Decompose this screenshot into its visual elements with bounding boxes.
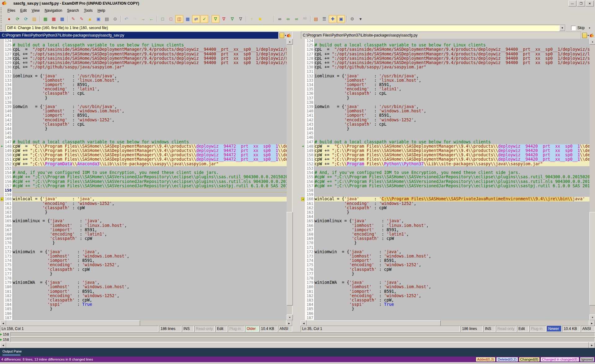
code-line-141[interactable]: 141 'iomport' : 8591, xyxy=(301,113,589,118)
code-line-158[interactable]: 158 xyxy=(0,188,287,193)
code-line-165[interactable]: 165winiomlinux = {'java' : 'java', xyxy=(301,219,589,223)
code-line-146[interactable]: 146 xyxy=(301,135,589,140)
edit-first-file-icon[interactable]: ✎ xyxy=(69,15,77,23)
filter-changed-icon[interactable]: ∇ xyxy=(228,15,236,23)
diff-stat-badge[interactable]: Changed(8) xyxy=(519,357,540,362)
second-pane-vertical-scrollbar[interactable]: ▲ ▼ xyxy=(589,39,595,320)
recompare-files-icon[interactable]: ⟳ xyxy=(22,15,30,23)
menu-item-view[interactable]: View xyxy=(29,7,42,14)
code-line-175[interactable]: 175 'encoding' : 'windows-1252', xyxy=(301,263,589,267)
filter-deleted-icon[interactable]: ∇ xyxy=(220,15,228,23)
code-line-183[interactable]: 183 'classpath' : cpW, xyxy=(0,298,287,302)
previous-diff-icon[interactable]: ↑ xyxy=(248,15,256,23)
code-line-130[interactable]: 130cpL += ":/opt/github/saspy/java/saspy… xyxy=(301,65,589,69)
toolbar-grip[interactable] xyxy=(1,15,4,23)
diff-stat-badge[interactable]: Changed in changed(8) xyxy=(540,357,579,362)
code-line-174[interactable]: 174 'iomport' : 8591, xyxy=(301,258,589,263)
copy-path-icon[interactable] xyxy=(280,33,284,38)
redo-icon[interactable]: ↷ xyxy=(131,15,139,23)
first-file-pane[interactable]: 124125# build out a local classpath vari… xyxy=(0,39,287,320)
code-line-133[interactable]: 133 'iomhost' : 'linux.iom.host', xyxy=(301,78,589,83)
code-line-167[interactable]: 167 'iomport' : 8591, xyxy=(301,228,589,232)
code-line-181[interactable]: 181 'iomport' : 8591, xyxy=(0,289,287,294)
code-line-153[interactable]: 153 xyxy=(0,166,287,171)
code-line-157[interactable]: 157#cpW += ";C:\\Program Files\\SASHome\… xyxy=(0,184,287,188)
code-line-162[interactable]: 162 'classpath' : cpW xyxy=(0,206,287,210)
code-line-144[interactable]: 144 } xyxy=(0,127,287,131)
filter-search-icon[interactable]: ∇ xyxy=(237,15,245,23)
compare-files-icon[interactable]: ● xyxy=(5,15,13,23)
menu-grip[interactable] xyxy=(1,7,4,13)
menu-item-help[interactable]: Help xyxy=(95,7,108,14)
code-line-150[interactable]: 150cpW += ";C:\\Program Files\\SASHome\\… xyxy=(0,153,287,157)
line-details-icon[interactable]: ☰ xyxy=(320,15,328,23)
diff-marker-icon[interactable]: ▶ xyxy=(0,197,4,201)
code-line-134[interactable]: 134 'iomport' : 8591, xyxy=(301,83,589,87)
diffbar-grip[interactable] xyxy=(1,25,4,31)
undo-icon[interactable]: ↶ xyxy=(122,15,130,23)
code-line-184[interactable]: 184 'sspi' : True xyxy=(301,302,589,307)
current-diff-combobox[interactable]: Diff 4: Change 1 line (160, first file) … xyxy=(6,25,566,31)
code-line-158[interactable]: 158 xyxy=(301,188,589,193)
code-line-142[interactable]: 142 'encoding' : 'windows-1252', xyxy=(0,118,287,122)
code-line-134[interactable]: 134 'iomport' : 8591, xyxy=(0,83,287,87)
code-line-184[interactable]: 184 'sspi' : True xyxy=(0,302,287,307)
code-line-179[interactable]: 179winiomIWA = {'java' : 'java', xyxy=(301,280,589,285)
code-line-151[interactable]: 151cpW += ";C:\\Program Files\\SASHome\\… xyxy=(301,157,589,162)
save-second-file-icon[interactable]: ▦ xyxy=(50,15,58,23)
menu-item-files[interactable]: Files xyxy=(5,7,18,14)
code-line-127[interactable]: 127cpL += ":/opt/sasinside/SASHome/SASDe… xyxy=(301,52,589,56)
code-line-131[interactable]: 131 xyxy=(301,69,589,74)
pane-splitter[interactable] xyxy=(292,32,301,326)
code-line-170[interactable]: 170 } xyxy=(0,241,287,245)
code-line-127[interactable]: 127cpL += ":/opt/sasinside/SASHome/SASDe… xyxy=(0,52,287,56)
code-line-147[interactable]: 147# build out a local classpath variabl… xyxy=(301,140,589,144)
code-line-152[interactable]: 152cpW += ";C:\\ProgramData\\Anaconda3\\… xyxy=(0,162,287,166)
code-line-162[interactable]: 162 'classpath' : cpW xyxy=(301,206,589,210)
code-line-169[interactable]: 169 'classpath' : cpW xyxy=(301,236,589,241)
menu-item-navigation[interactable]: Navigation xyxy=(42,7,65,14)
code-line-176[interactable]: 176 'classpath' : cpW xyxy=(301,267,589,272)
code-line-163[interactable]: 163 } xyxy=(0,210,287,214)
first-pane-vertical-scrollbar[interactable]: ▲ ▼ xyxy=(287,39,292,320)
code-line-128[interactable]: 128cpL += ":/opt/sasinside/SASHome/SASDe… xyxy=(301,56,589,61)
show-second-only-icon[interactable]: □ xyxy=(167,15,175,23)
code-line-186[interactable]: 186 xyxy=(301,311,589,316)
options-gear-icon[interactable]: ⚙ xyxy=(348,15,356,23)
code-line-186[interactable]: 186 xyxy=(0,311,287,316)
code-line-150[interactable]: 150cpW += ";C:\\Program Files\\SASHome\\… xyxy=(301,153,589,157)
code-line-138[interactable]: 138 xyxy=(0,100,287,105)
copy-to-first-icon[interactable]: ← xyxy=(148,15,155,23)
menu-item-tools[interactable]: Tools xyxy=(82,7,95,14)
diff-stat-badge[interactable]: Ignored xyxy=(580,357,594,362)
code-line-145[interactable]: 145 xyxy=(301,131,589,135)
split-view-icon[interactable]: ◫ xyxy=(175,15,183,23)
show-checkboxes-icon[interactable]: ✓ xyxy=(201,15,208,23)
code-line-142[interactable]: 142 'encoding' : 'windows-1252', xyxy=(301,118,589,122)
save-both-files-icon[interactable]: ▩ xyxy=(58,15,66,23)
code-line-145[interactable]: 145 xyxy=(0,131,287,135)
scroll-right-icon[interactable]: ▶ xyxy=(589,342,595,348)
diff-dropdown-icon[interactable]: ▼ xyxy=(559,25,565,31)
code-line-180[interactable]: 180 'iomhost' : 'windows.iom.host', xyxy=(301,285,589,289)
code-line-163[interactable]: 163 } xyxy=(301,210,589,214)
code-line-168[interactable]: 168 'encoding' : 'latin1', xyxy=(301,232,589,236)
code-line-129[interactable]: 129cpL += ":/opt/sasinside/SASHome/SASDe… xyxy=(301,61,589,65)
code-line-140[interactable]: 140 'iomhost' : 'windows.iom.host', xyxy=(0,109,287,113)
code-line-155[interactable]: 155#cpW += ";C:\\Program Files\\SASHome\… xyxy=(0,175,287,179)
first-file-header[interactable]: C:\Program Files\Python\Python37\Lib\sit… xyxy=(0,32,292,39)
code-line-177[interactable]: 177 } xyxy=(301,272,589,276)
find-next-icon[interactable]: ∞ xyxy=(284,15,292,23)
code-line-138[interactable]: 138 xyxy=(301,100,589,105)
code-line-156[interactable]: 156#cpW += ";C:\\Program Files\\SASHome\… xyxy=(301,180,589,184)
code-line-126[interactable]: 126cpL = "/opt/sasinside/SASHome/SASDepl… xyxy=(301,47,589,52)
diff-marker-icon[interactable]: ◀ xyxy=(301,144,305,149)
first-pane-horizontal-scrollbar[interactable]: ◀ ▶ xyxy=(0,320,292,326)
replace-icon[interactable]: ᴬᴮ xyxy=(301,15,309,23)
code-line-161[interactable]: 161 'encoding' : 'windows-1252', xyxy=(301,202,589,206)
diff-stat-badge[interactable]: Deleted(0,2) xyxy=(496,357,518,362)
diff-list-icon[interactable]: ▤ xyxy=(312,15,320,23)
find-previous-icon[interactable]: ∞ xyxy=(293,15,300,23)
save-composite-icon[interactable]: ▲ xyxy=(86,15,94,23)
code-line-144[interactable]: 144 } xyxy=(301,127,589,131)
